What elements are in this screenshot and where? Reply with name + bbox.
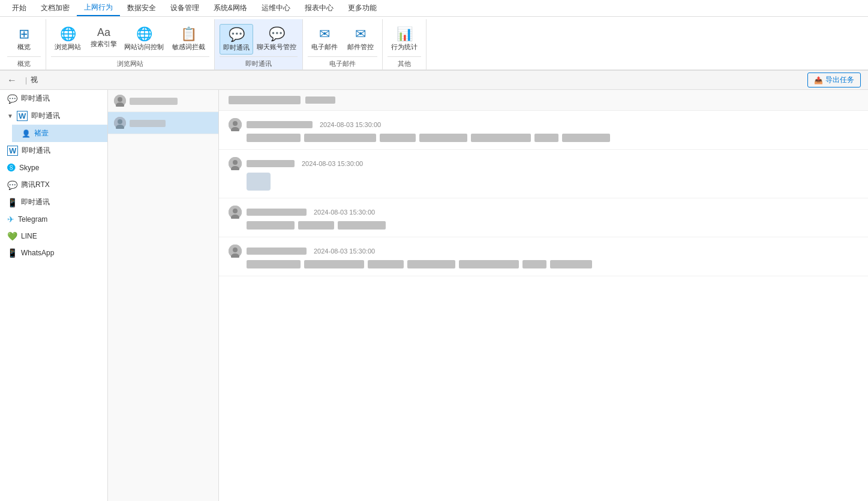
sidebar: 💬 即时通讯 ▼ W 即时通讯 👤 褚壹 W 即时通讯 🅢 Skype 💬 腾讯… — [0, 90, 108, 501]
im-label: 即时通讯 — [223, 44, 250, 52]
telegram-label: Telegram — [18, 215, 47, 224]
rtx-label: 腾讯RTX — [21, 180, 50, 190]
ribbon-group-overview-label: 概览 — [7, 56, 41, 70]
image-bubble — [247, 173, 271, 191]
sidebar-item-telegram[interactable]: ✈ Telegram — [0, 211, 107, 228]
svg-point-4 — [118, 119, 122, 124]
svg-point-1 — [118, 97, 122, 102]
ribbon-btn-email[interactable]: ✉ 电子邮件 — [308, 24, 341, 53]
sidebar-item-zhuyi[interactable]: 👤 褚壹 — [12, 125, 107, 142]
sidebar-item-im3[interactable]: W 即时通讯 — [0, 142, 107, 159]
msg-content-2 — [247, 173, 858, 191]
ribbon-btn-behavior-stats[interactable]: 📊 行为统计 — [388, 24, 421, 53]
sidebar-sub-group: 👤 褚壹 — [0, 125, 107, 142]
menu-doc-encrypt[interactable]: 文档加密 — [34, 1, 77, 16]
msg-avatar-1 — [229, 118, 242, 131]
ribbon-btn-im[interactable]: 💬 即时通讯 — [220, 24, 253, 55]
ribbon-btn-overview[interactable]: ⊞ 概览 — [7, 24, 41, 53]
ribbon-group-overview: ⊞ 概览 概览 — [0, 19, 46, 70]
sidebar-item-skype[interactable]: 🅢 Skype — [0, 159, 107, 176]
ribbon-btn-site-control[interactable]: 🌐 网站访问控制 — [123, 24, 165, 53]
avatar-1 — [114, 95, 126, 107]
sidebar-item-whatsapp[interactable]: 📱 WhatsApp — [0, 245, 107, 261]
overview-label: 概览 — [17, 43, 31, 51]
export-task-button[interactable]: 📤 导出任务 — [807, 73, 861, 87]
back-button[interactable]: ← — [7, 75, 17, 86]
svg-point-16 — [233, 248, 238, 252]
ribbon-group-email: ✉ 电子邮件 ✉ 邮件管控 电子邮件 — [303, 19, 383, 70]
chat-header — [219, 90, 868, 111]
menu-device-mgmt[interactable]: 设备管理 — [163, 1, 206, 16]
im3-label: 即时通讯 — [22, 146, 50, 156]
ribbon-group-im: 💬 即时通讯 💬 聊天账号管控 即时通讯 — [215, 19, 303, 70]
sidebar-item-im2[interactable]: ▼ W 即时通讯 — [0, 107, 107, 125]
ribbon-group-im-label: 即时通讯 — [220, 56, 298, 70]
ribbon-group-email-label: 电子邮件 — [308, 56, 377, 70]
ribbon-btn-mail-control[interactable]: ✉ 邮件管控 — [344, 24, 377, 53]
msg-content-3 — [247, 221, 858, 230]
middle-item-2[interactable] — [108, 112, 218, 134]
chat-account-icon: 💬 — [269, 26, 285, 42]
ribbon-btn-search-engine[interactable]: Aa 搜索引擎 — [87, 24, 121, 50]
avatar-2 — [114, 117, 126, 129]
msg-avatar-3 — [229, 206, 242, 219]
svg-point-10 — [233, 160, 238, 165]
user-icon: 👤 — [22, 129, 31, 138]
svg-point-13 — [233, 209, 238, 213]
sensitive-words-icon: 📋 — [181, 26, 197, 42]
line-icon: 💚 — [7, 231, 17, 241]
breadcrumb-bar: ← | 视 📤 导出任务 — [0, 71, 868, 90]
line-label: LINE — [21, 232, 37, 240]
menu-ops[interactable]: 运维中心 — [254, 1, 298, 16]
mail-control-label: 邮件管控 — [347, 43, 374, 51]
msg-avatar-2 — [229, 157, 242, 170]
menu-web-behavior[interactable]: 上网行为 — [77, 0, 120, 16]
msg-content-1 — [247, 134, 858, 142]
sidebar-item-line[interactable]: 💚 LINE — [0, 228, 107, 245]
menu-more[interactable]: 更多功能 — [341, 1, 384, 16]
search-engine-label: 搜索引擎 — [91, 40, 117, 48]
im4-icon: 📱 — [7, 198, 17, 207]
export-task-label: 导出任务 — [825, 75, 854, 85]
whatsapp-label: WhatsApp — [21, 249, 54, 257]
sidebar-item-rtx[interactable]: 💬 腾讯RTX — [0, 176, 107, 194]
ribbon-btn-browse-web[interactable]: 🌐 浏览网站 — [51, 24, 85, 53]
msg-time-3: 2024-08-03 15:30:00 — [314, 209, 375, 216]
mail-control-icon: ✉ — [355, 26, 366, 42]
msg-avatar-4 — [229, 245, 242, 258]
export-task-icon: 📤 — [814, 76, 823, 84]
behavior-stats-icon: 📊 — [397, 26, 413, 42]
menu-data-security[interactable]: 数据安全 — [120, 1, 163, 16]
middle-panel — [108, 90, 219, 501]
breadcrumb-separator: | — [25, 76, 27, 84]
sender-name-2 — [247, 160, 295, 167]
middle-item-1[interactable] — [108, 90, 218, 112]
im1-icon: 💬 — [7, 94, 17, 104]
im2-icon: W — [17, 111, 28, 121]
sidebar-item-im1[interactable]: 💬 即时通讯 — [0, 90, 107, 107]
svg-point-7 — [233, 121, 238, 126]
ribbon-btn-sensitive-words[interactable]: 📋 敏感词拦截 — [167, 24, 209, 53]
msg-time-4: 2024-08-03 15:30:00 — [314, 248, 375, 255]
menu-sys-network[interactable]: 系统&网络 — [206, 1, 254, 16]
msg-time-2: 2024-08-03 15:30:00 — [302, 160, 363, 167]
sensitive-words-label: 敏感词拦截 — [172, 43, 205, 51]
site-control-icon: 🌐 — [136, 26, 152, 42]
ribbon-group-other: 📊 行为统计 其他 — [383, 19, 427, 70]
ribbon: ⊞ 概览 概览 🌐 浏览网站 Aa 搜索引擎 🌐 网站访问控制 📋 敏感词拦截 — [0, 17, 868, 71]
telegram-icon: ✈ — [7, 215, 14, 224]
site-control-label: 网站访问控制 — [124, 43, 164, 51]
content-panel: 2024-08-03 15:30:00 2024-08-03 15:30:00 — [219, 90, 868, 501]
sender-name-3 — [247, 209, 307, 216]
skype-label: Skype — [19, 164, 39, 172]
message-entry-1: 2024-08-03 15:30:00 — [219, 111, 868, 150]
ribbon-btn-chat-account[interactable]: 💬 聊天账号管控 — [256, 24, 298, 53]
im1-label: 即时通讯 — [21, 93, 50, 104]
sidebar-item-im4[interactable]: 📱 即时通讯 — [0, 194, 107, 211]
breadcrumb-text: 视 — [31, 75, 38, 85]
email-label: 电子邮件 — [311, 43, 338, 51]
menu-reports[interactable]: 报表中心 — [298, 1, 341, 16]
sender-name-1 — [247, 121, 313, 128]
ribbon-group-browsing: 🌐 浏览网站 Aa 搜索引擎 🌐 网站访问控制 📋 敏感词拦截 浏览网站 — [46, 19, 215, 70]
menu-start[interactable]: 开始 — [5, 1, 34, 16]
